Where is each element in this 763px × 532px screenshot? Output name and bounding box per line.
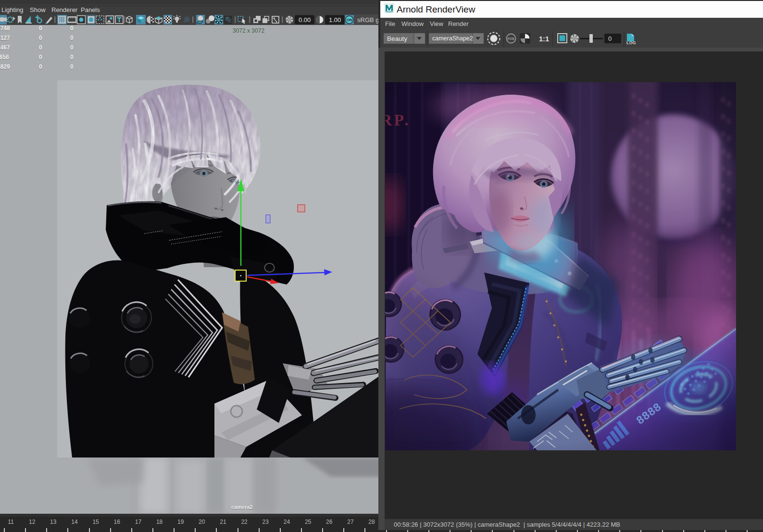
svg-text:0: 0 [608, 35, 612, 42]
svg-text:1:1: 1:1 [539, 35, 549, 43]
svg-text:0.00: 0.00 [299, 16, 311, 24]
svg-text:ON: ON [347, 18, 352, 22]
svg-text:LOG: LOG [626, 40, 636, 45]
svg-text:cameraShape2: cameraShape2 [432, 35, 473, 42]
svg-text:RGB: RGB [508, 37, 515, 40]
svg-text:sRGB gam: sRGB gam [357, 16, 380, 24]
svg-text:1.00: 1.00 [329, 16, 341, 24]
svg-text:Beauty: Beauty [387, 35, 407, 42]
